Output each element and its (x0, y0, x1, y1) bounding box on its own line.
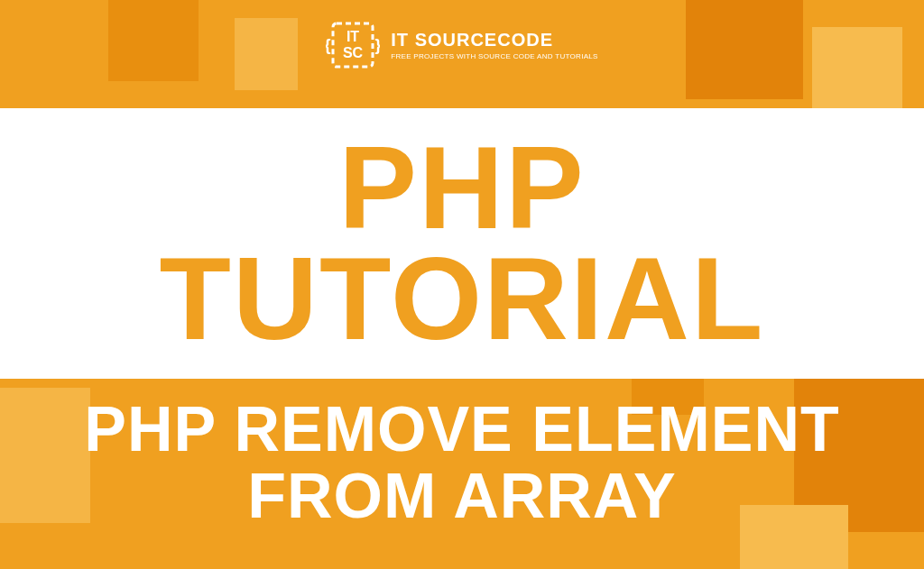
site-logo: IT SC { } IT SOURCECODE FREE PROJECTS WI… (0, 18, 924, 72)
subtitle-line2: FROM ARRAY (27, 463, 897, 530)
svg-text:}: } (375, 36, 381, 54)
logo-tagline: FREE PROJECTS WITH SOURCE CODE AND TUTOR… (391, 52, 597, 60)
subtitle-band: PHP REMOVE ELEMENT FROM ARRAY (0, 397, 924, 529)
main-title-line1: PHP (338, 133, 585, 244)
logo-text: IT SOURCECODE FREE PROJECTS WITH SOURCE … (391, 30, 597, 60)
main-title-line2: TUTORIAL (160, 243, 765, 355)
logo-monogram-top: IT (346, 29, 359, 44)
svg-text:{: { (326, 36, 331, 54)
main-title-band: PHP TUTORIAL (0, 108, 924, 379)
logo-monogram-bottom: SC (343, 45, 364, 60)
logo-icon: IT SC { } (326, 18, 380, 72)
logo-title: IT SOURCECODE (391, 30, 597, 50)
subtitle-line1: PHP REMOVE ELEMENT (27, 397, 897, 463)
